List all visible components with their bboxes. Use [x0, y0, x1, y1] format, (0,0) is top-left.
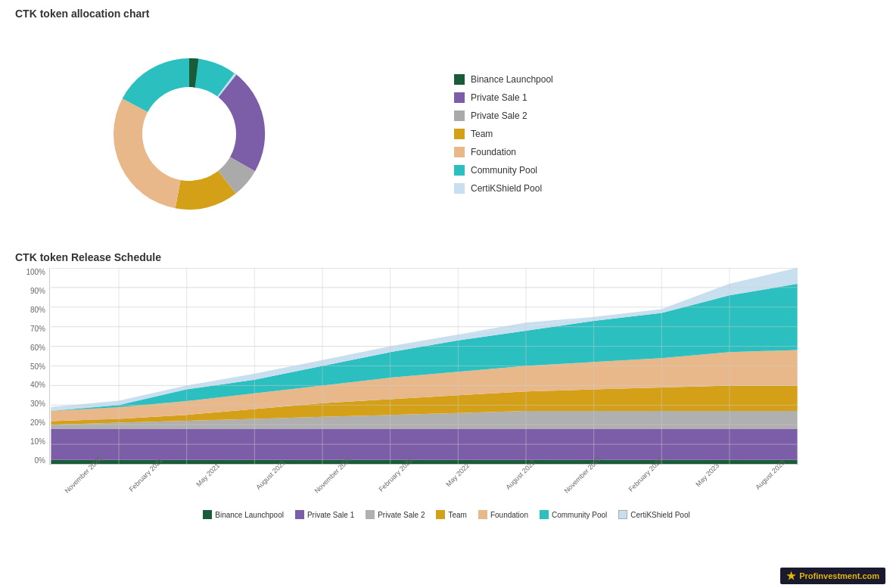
- bl-private2-label: Private Sale 2: [378, 511, 425, 519]
- legend-private2-box: [454, 110, 465, 121]
- legend-binance: Binance Launchpool: [454, 74, 553, 85]
- legend-private2: Private Sale 2: [454, 110, 553, 121]
- legend-team-label: Team: [471, 129, 493, 139]
- bl-binance-label: Binance Launchpool: [215, 511, 284, 519]
- legend-community-label: Community Pool: [471, 165, 537, 176]
- legend-community-box: [454, 165, 465, 176]
- donut-chart-title: CTK token allocation chart: [15, 8, 878, 20]
- page: CTK token allocation chart: [0, 0, 893, 588]
- legend-certik-box: [454, 183, 465, 194]
- bl-certik-label: CertiKShield Pool: [630, 511, 689, 519]
- badge-text: Profinvestment.com: [799, 571, 879, 580]
- legend-binance-label: Binance Launchpool: [471, 74, 553, 85]
- bl-binance-box: [203, 510, 212, 519]
- bl-team: Team: [436, 510, 466, 519]
- bl-private1-box: [295, 510, 304, 519]
- legend-team: Team: [454, 129, 553, 139]
- area-chart-svg: [49, 268, 798, 465]
- bl-private1: Private Sale 1: [295, 510, 354, 519]
- bl-certik: CertiKShield Pool: [618, 510, 689, 519]
- legend-certik: CertiKShield Pool: [454, 183, 553, 194]
- area-chart-title: CTK token Release Schedule: [15, 251, 878, 263]
- svg-point-0: [142, 87, 236, 181]
- area-chart-wrapper: 0% 10% 20% 30% 40% 50% 60% 70% 80% 90% 1…: [15, 268, 878, 465]
- bl-private1-label: Private Sale 1: [307, 511, 354, 519]
- legend-private1-box: [454, 92, 465, 103]
- bottom-legend: Binance Launchpool Private Sale 1 Privat…: [15, 510, 878, 519]
- legend-certik-label: CertiKShield Pool: [471, 183, 542, 194]
- bl-team-box: [436, 510, 445, 519]
- legend-private1-label: Private Sale 1: [471, 92, 527, 103]
- bl-foundation-label: Foundation: [490, 511, 528, 519]
- bottom-section: CTK token Release Schedule 0% 10% 20% 30…: [15, 251, 878, 519]
- top-section: Binance Launchpool Private Sale 1 Privat…: [15, 24, 878, 244]
- donut-legend: Binance Launchpool Private Sale 1 Privat…: [454, 74, 553, 194]
- legend-community: Community Pool: [454, 165, 553, 176]
- bl-community-label: Community Pool: [552, 511, 607, 519]
- legend-team-box: [454, 129, 465, 139]
- bl-private2: Private Sale 2: [366, 510, 425, 519]
- legend-foundation-box: [454, 147, 465, 157]
- legend-foundation: Foundation: [454, 147, 553, 157]
- bl-community: Community Pool: [540, 510, 607, 519]
- legend-binance-box: [454, 74, 465, 85]
- bl-private2-box: [366, 510, 375, 519]
- bl-community-box: [540, 510, 549, 519]
- legend-foundation-label: Foundation: [471, 147, 516, 157]
- legend-private2-label: Private Sale 2: [471, 110, 527, 121]
- donut-chart-area: [76, 24, 303, 244]
- bl-foundation: Foundation: [478, 510, 528, 519]
- bl-team-label: Team: [448, 511, 466, 519]
- y-axis: 0% 10% 20% 30% 40% 50% 60% 70% 80% 90% 1…: [15, 268, 49, 465]
- legend-private1: Private Sale 1: [454, 92, 553, 103]
- donut-svg: [91, 36, 288, 232]
- bl-foundation-box: [478, 510, 487, 519]
- bl-binance: Binance Launchpool: [203, 510, 284, 519]
- bl-certik-box: [618, 510, 627, 519]
- badge-star-icon: ★: [786, 570, 796, 582]
- x-axis-labels: November 2020 February 2021 May 2021 Aug…: [49, 466, 798, 480]
- profinvestment-badge: ★ Profinvestment.com: [780, 568, 885, 584]
